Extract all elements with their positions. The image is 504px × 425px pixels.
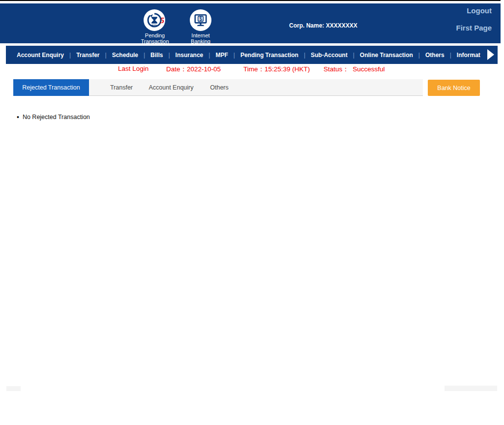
logout-link[interactable]: Logout (456, 6, 492, 15)
main-nav: Account Enquiry | Transfer | Schedule | … (6, 46, 498, 64)
internet-banking-label: Internet Banking (178, 33, 223, 44)
nav-online-transaction[interactable]: Online Transaction (360, 52, 413, 59)
tab-bar: Rejected Transaction Transfer Account En… (13, 79, 423, 96)
nav-separator: | (105, 52, 107, 59)
first-page-link[interactable]: First Page (456, 24, 492, 32)
pending-count-badge: 5 (160, 16, 164, 25)
nav-mpf[interactable]: MPF (215, 52, 228, 59)
pending-transaction-icon: 5 (132, 9, 178, 31)
nav-sub-account[interactable]: Sub-Account (311, 52, 348, 59)
nav-separator: | (418, 52, 420, 59)
nav-others[interactable]: Others (425, 52, 445, 59)
svg-text:$: $ (199, 16, 202, 22)
last-login-date: Date：2022-10-05 (166, 65, 221, 74)
nav-separator: | (234, 52, 235, 59)
last-login-line: Last Login Date：2022-10-05 Time：15:25:39… (0, 65, 504, 73)
footer-right-placeholder (445, 386, 497, 391)
empty-result-row: • No Rejected Transaction (17, 113, 90, 121)
nav-information-truncated[interactable]: Informat (457, 52, 480, 59)
nav-scroll-right-arrow-icon[interactable] (487, 49, 494, 60)
tab-account-enquiry[interactable]: Account Enquiry (145, 79, 197, 96)
last-login-label: Last Login (118, 65, 148, 72)
nav-separator: | (304, 52, 305, 59)
nav-bills[interactable]: Bills (150, 52, 163, 59)
pending-transaction-shortcut[interactable]: 5 Pending Transaction (132, 9, 178, 44)
tab-transfer[interactable]: Transfer (104, 79, 139, 96)
nav-transfer[interactable]: Transfer (76, 52, 99, 59)
bank-notice-button[interactable]: Bank Notice (428, 80, 480, 96)
nav-separator: | (69, 52, 71, 59)
nav-separator: | (208, 52, 210, 59)
main-nav-items: Account Enquiry | Transfer | Schedule | … (17, 46, 485, 64)
nav-pending-transaction[interactable]: Pending Transaction (240, 52, 298, 59)
internet-banking-icon: $ (178, 9, 223, 31)
tab-rejected-transaction[interactable]: Rejected Transaction (13, 79, 89, 96)
nav-insurance[interactable]: Insurance (176, 52, 204, 59)
window-top-border (0, 0, 501, 1)
banner-links: Logout First Page (456, 6, 492, 32)
internet-banking-shortcut[interactable]: $ Internet Banking (178, 9, 223, 44)
nav-separator: | (353, 52, 355, 59)
no-rejected-transaction-message: No Rejected Transaction (23, 114, 90, 121)
last-login-status: Status： Successful (324, 65, 385, 74)
nav-account-enquiry[interactable]: Account Enquiry (17, 52, 64, 59)
nav-separator: | (144, 52, 145, 59)
nav-separator: | (450, 52, 451, 59)
corp-name: Corp. Name: XXXXXXXX (289, 22, 405, 30)
tab-others[interactable]: Others (207, 79, 232, 96)
nav-separator: | (168, 52, 170, 59)
last-login-time: Time：15:25:39 (HKT) (243, 65, 310, 74)
nav-schedule[interactable]: Schedule (112, 52, 138, 59)
footer-left-placeholder (6, 386, 21, 391)
bullet-marker: • (17, 113, 19, 121)
pending-transaction-label: Pending Transaction (132, 33, 178, 44)
page: 5 Pending Transaction $ In (0, 0, 504, 425)
header-banner: 5 Pending Transaction $ In (0, 3, 501, 43)
